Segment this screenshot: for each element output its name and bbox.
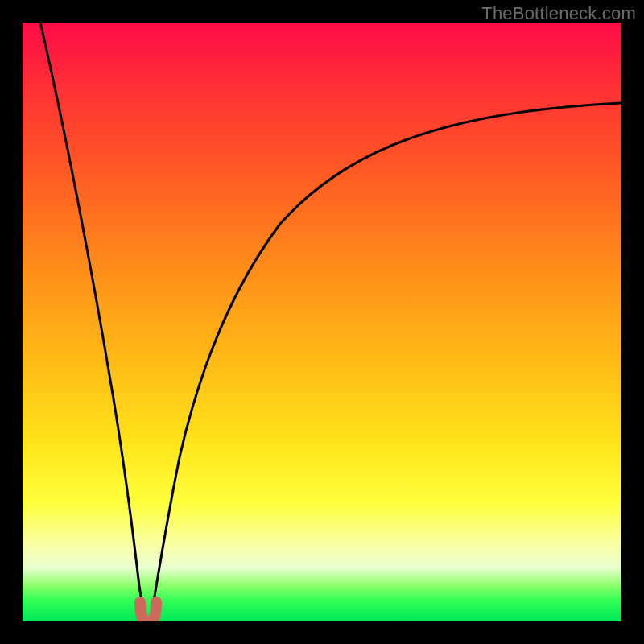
valley-marker (140, 602, 156, 621)
curve-left-branch (40, 23, 145, 614)
plot-area (23, 23, 621, 621)
curve-layer (23, 23, 621, 621)
watermark-text: TheBottleneck.com (481, 3, 636, 24)
curve-right-branch (151, 103, 621, 614)
outer-frame: TheBottleneck.com (0, 0, 644, 644)
